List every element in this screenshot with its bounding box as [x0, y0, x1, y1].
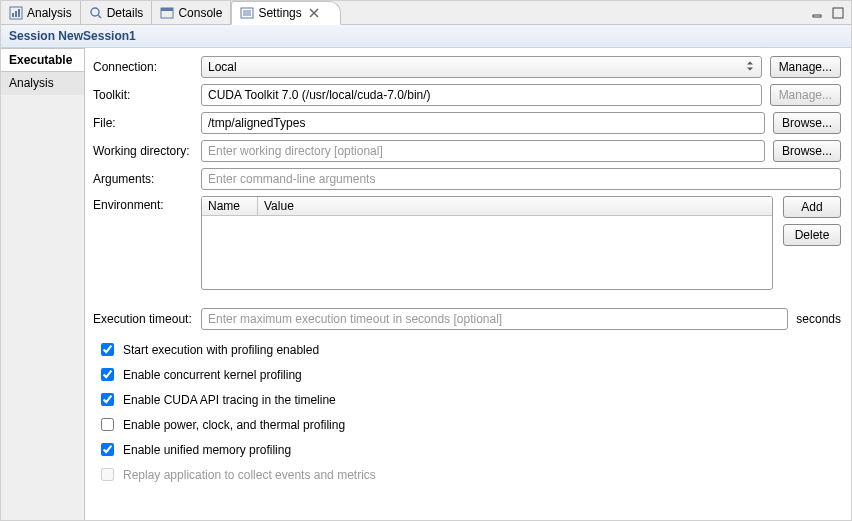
svg-line-5 [98, 15, 101, 18]
check-label: Enable unified memory profiling [123, 443, 291, 457]
sidebar-item-label: Analysis [9, 76, 54, 90]
connection-label: Connection: [93, 60, 193, 74]
check-row[interactable]: Start execution with profiling enabled [93, 340, 841, 359]
check-row[interactable]: Enable CUDA API tracing in the timeline [93, 390, 841, 409]
env-label: Environment: [93, 196, 193, 212]
svg-marker-17 [747, 67, 753, 70]
magnifier-icon [89, 6, 103, 20]
env-col-name[interactable]: Name [202, 197, 258, 215]
check-box[interactable] [101, 443, 114, 456]
tab-label: Console [178, 6, 222, 20]
env-add-button[interactable]: Add [783, 196, 841, 218]
sidebar-item-executable[interactable]: Executable [1, 48, 84, 72]
env-delete-button[interactable]: Delete [783, 224, 841, 246]
file-browse-button[interactable]: Browse... [773, 112, 841, 134]
tab-label: Settings [258, 6, 301, 20]
svg-rect-3 [18, 9, 20, 17]
chart-icon [9, 6, 23, 20]
tab-label: Details [107, 6, 144, 20]
form-panel: Connection: Local Manage... Toolkit: Man… [85, 48, 851, 521]
select-caret-icon [743, 60, 757, 75]
maximize-icon[interactable] [831, 6, 845, 20]
editor-tabbar: Analysis Details Console Settings [1, 1, 851, 25]
svg-rect-7 [161, 8, 173, 11]
svg-point-4 [91, 8, 99, 16]
tab-settings[interactable]: Settings [231, 1, 340, 25]
check-label: Start execution with profiling enabled [123, 343, 319, 357]
workdir-label: Working directory: [93, 144, 193, 158]
tab-details[interactable]: Details [81, 1, 153, 24]
settings-icon [240, 6, 254, 20]
check-box [101, 468, 114, 481]
args-label: Arguments: [93, 172, 193, 186]
connection-select[interactable]: Local [201, 56, 762, 78]
workdir-field[interactable] [201, 140, 765, 162]
check-row: Replay application to collect events and… [93, 465, 841, 484]
close-icon[interactable] [308, 7, 320, 19]
tab-analysis[interactable]: Analysis [1, 1, 81, 24]
toolkit-label: Toolkit: [93, 88, 193, 102]
args-field[interactable] [201, 168, 841, 190]
check-label: Replay application to collect events and… [123, 468, 376, 482]
check-row[interactable]: Enable concurrent kernel profiling [93, 365, 841, 384]
svg-marker-16 [747, 61, 753, 64]
env-table-header: Name Value [202, 197, 772, 216]
check-box[interactable] [101, 343, 114, 356]
env-col-value[interactable]: Value [258, 197, 772, 215]
check-box[interactable] [101, 418, 114, 431]
minimize-icon[interactable] [811, 6, 825, 20]
check-row[interactable]: Enable unified memory profiling [93, 440, 841, 459]
toolkit-field[interactable] [201, 84, 762, 106]
timeout-suffix: seconds [796, 312, 841, 326]
env-table-body[interactable] [202, 216, 772, 289]
check-row[interactable]: Enable power, clock, and thermal profili… [93, 415, 841, 434]
env-table[interactable]: Name Value [201, 196, 773, 290]
workdir-browse-button[interactable]: Browse... [773, 140, 841, 162]
check-box[interactable] [101, 393, 114, 406]
tabbar-controls [811, 1, 851, 24]
file-field[interactable] [201, 112, 765, 134]
check-label: Enable power, clock, and thermal profili… [123, 418, 345, 432]
check-box[interactable] [101, 368, 114, 381]
svg-rect-2 [15, 11, 17, 17]
connection-manage-button[interactable]: Manage... [770, 56, 841, 78]
svg-rect-14 [813, 15, 821, 17]
svg-rect-15 [833, 8, 843, 18]
toolkit-manage-button: Manage... [770, 84, 841, 106]
main-area: Executable Analysis Connection: Local Ma… [1, 48, 851, 521]
page-title: Session NewSession1 [1, 25, 851, 48]
sidebar-item-label: Executable [9, 53, 72, 67]
connection-value: Local [208, 60, 237, 74]
tab-console[interactable]: Console [152, 1, 231, 24]
timeout-field[interactable] [201, 308, 788, 330]
svg-rect-1 [12, 13, 14, 17]
tab-label: Analysis [27, 6, 72, 20]
console-icon [160, 6, 174, 20]
timeout-label: Execution timeout: [93, 312, 193, 326]
check-label: Enable CUDA API tracing in the timeline [123, 393, 336, 407]
check-label: Enable concurrent kernel profiling [123, 368, 302, 382]
sidebar-item-analysis[interactable]: Analysis [1, 72, 84, 95]
file-label: File: [93, 116, 193, 130]
sidebar: Executable Analysis [1, 48, 85, 521]
